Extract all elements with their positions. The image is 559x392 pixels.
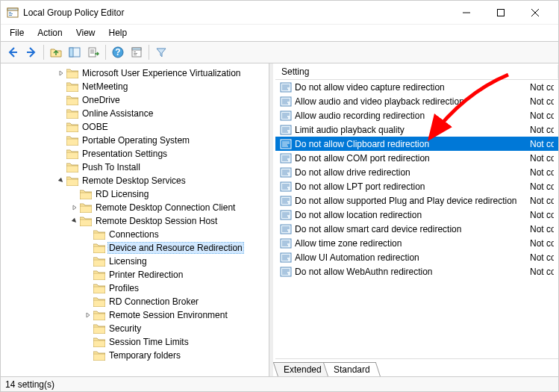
menu-action[interactable]: Action [31,26,68,40]
setting-row[interactable]: Do not allow video capture redirectionNo… [275,80,558,94]
tree-item[interactable]: Remote Desktop Connection Client [1,201,269,214]
svg-rect-4 [9,15,12,16]
tree-item[interactable]: Remote Desktop Session Host [1,214,269,228]
tabs-row: Extended Standard [275,358,558,376]
settings-list[interactable]: Do not allow video capture redirectionNo… [275,80,558,358]
up-folder-icon [50,46,62,58]
tree-item-label: Microsoft User Experience Virtualization [81,68,243,78]
tree-item[interactable]: Profiles [1,281,269,295]
setting-state: Not configured [524,267,554,277]
tree-item[interactable]: Temporary folders [1,349,269,362]
tree-item-label: Remote Desktop Services [81,175,187,186]
tree-item-label: RD Licensing [94,189,150,199]
close-button[interactable] [518,1,552,25]
tree-item[interactable]: Device and Resource Redirection [1,241,269,255]
tree-item[interactable]: Push To Install [1,161,269,174]
svg-rect-15 [134,55,137,55]
expand-icon[interactable] [83,310,93,320]
tree-item[interactable]: Remote Session Environment [1,308,269,322]
svg-rect-20 [281,140,291,149]
content-area: Microsoft User Experience Virtualization… [1,63,558,376]
menu-help[interactable]: Help [103,26,134,40]
collapse-icon[interactable] [69,216,80,226]
filter-icon [155,46,167,58]
tree-item-label: Online Assistance [81,108,154,119]
tree-item-label: Remote Desktop Session Host [94,216,219,226]
setting-row[interactable]: Limit audio playback qualityNot configur… [275,122,558,137]
setting-row[interactable]: Allow audio and video playback redirecti… [275,94,558,108]
tree-item[interactable]: Portable Operating System [1,134,269,147]
toolbar-separator [43,45,44,60]
forward-button[interactable] [22,43,40,61]
svg-rect-17 [281,97,291,106]
setting-state: Not configured [524,167,554,178]
setting-row[interactable]: Allow UI Automation redirectionNot confi… [275,250,558,264]
tab-standard[interactable]: Standard [322,362,380,376]
setting-name: Do not allow location redirection [295,210,524,220]
tree-item[interactable]: OneDrive [1,93,269,107]
setting-row[interactable]: Do not allow COM port redirectionNot con… [275,151,558,165]
svg-rect-16 [281,83,291,92]
setting-row[interactable]: Allow audio recording redirectionNot con… [275,108,558,122]
tree-item-label: Printer Redirection [107,270,184,280]
details-pane: Setting Do not allow video capture redir… [275,63,558,376]
filter-button[interactable] [152,43,170,61]
tree-item[interactable]: Licensing [1,255,269,268]
setting-name: Do not allow WebAuthn redirection [295,267,524,277]
setting-state: Not configured [524,210,554,220]
setting-state: Not configured [524,82,554,93]
svg-rect-24 [281,196,291,205]
tree-item[interactable]: Microsoft User Experience Virtualization [1,66,269,80]
setting-row[interactable]: Do not allow WebAuthn redirectionNot con… [275,264,558,279]
setting-state: Not configured [524,139,554,149]
export-list-button[interactable] [84,43,102,61]
up-button[interactable] [47,43,65,61]
tree-pane[interactable]: Microsoft User Experience Virtualization… [1,63,269,376]
setting-row[interactable]: Do not allow smart card device redirecti… [275,222,558,236]
maximize-button[interactable] [484,1,518,25]
expand-icon[interactable] [56,68,66,78]
properties-button[interactable] [128,43,146,61]
show-hide-tree-button[interactable] [66,43,84,61]
setting-name: Limit audio playback quality [295,125,524,135]
menu-view[interactable]: View [70,26,102,40]
tree-item[interactable]: NetMeeting [1,80,269,93]
titlebar: Local Group Policy Editor [1,1,558,25]
setting-row[interactable]: Do not allow Clipboard redirectionNot co… [275,137,558,151]
expand-icon[interactable] [69,202,80,213]
setting-row[interactable]: Do not allow supported Plug and Play dev… [275,193,558,208]
tree-item[interactable]: Session Time Limits [1,335,269,349]
tree-item[interactable]: Online Assistance [1,107,269,120]
setting-state: Not configured [524,153,554,164]
setting-state: Not configured [524,252,554,263]
setting-row[interactable]: Do not allow drive redirectionNot config… [275,165,558,179]
setting-name: Do not allow smart card device redirecti… [295,224,524,234]
splitter[interactable] [269,63,273,376]
tree-item[interactable]: Presentation Settings [1,147,269,161]
help-button[interactable]: ? [109,43,127,61]
tree-item-label: Push To Install [81,162,142,172]
column-setting[interactable]: Setting [275,65,558,78]
tree-item[interactable]: Remote Desktop Services [1,174,269,187]
collapse-icon[interactable] [56,175,66,186]
setting-state: Not configured [524,181,554,192]
tree-item[interactable]: RD Licensing [1,187,269,201]
tree-item[interactable]: Connections [1,228,269,241]
tree-item-label: Licensing [107,256,149,267]
tree-item[interactable]: RD Connection Broker [1,295,269,308]
minimize-button[interactable] [449,1,484,25]
menu-file[interactable]: File [4,26,30,40]
maximize-icon [497,9,505,16]
back-button[interactable] [4,43,22,61]
svg-rect-19 [281,125,291,134]
tree-item[interactable]: Printer Redirection [1,268,269,281]
setting-row[interactable]: Do not allow location redirectionNot con… [275,208,558,222]
setting-name: Allow audio recording redirection [295,111,524,121]
back-arrow-icon [7,46,19,58]
tree-item[interactable]: Security [1,322,269,335]
setting-row[interactable]: Allow time zone redirectionNot configure… [275,236,558,250]
setting-row[interactable]: Do not allow LPT port redirectionNot con… [275,179,558,193]
setting-name: Allow UI Automation redirection [295,252,524,263]
tree-item[interactable]: OOBE [1,120,269,134]
window-controls [449,1,552,25]
